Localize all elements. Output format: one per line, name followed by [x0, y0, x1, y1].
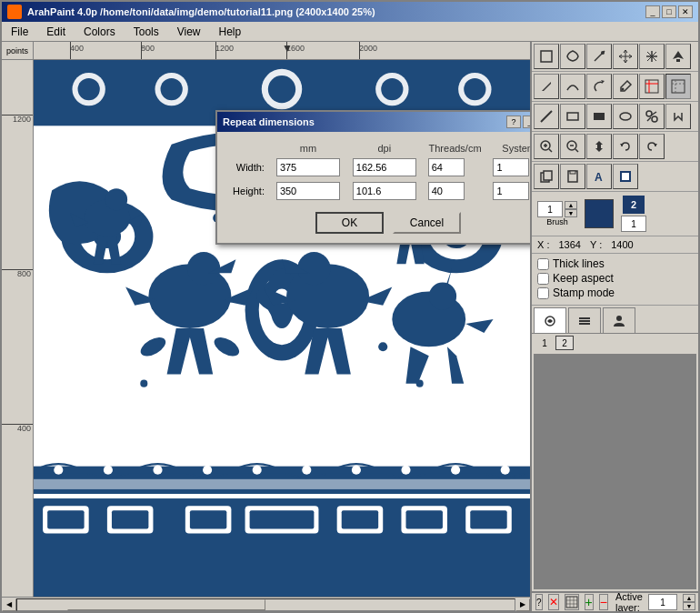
active-layer-input[interactable]	[648, 594, 677, 610]
coords-area: X : 1364 Y : 1400	[532, 236, 698, 254]
select-rect-tool[interactable]	[534, 44, 559, 69]
height-dpi-input[interactable]	[353, 182, 416, 200]
scroll-right-button[interactable]: ▶	[515, 598, 530, 611]
text-tool[interactable]	[665, 104, 691, 129]
svg-rect-113	[579, 317, 590, 319]
ruler-tick-400: 400	[70, 44, 84, 53]
window-title: ArahPaint 4.0p /home/toni/data/img/demo/…	[27, 6, 375, 17]
col-system: System	[487, 141, 530, 156]
cross-tool[interactable]	[639, 44, 665, 69]
left-ruler: 1200 800 400	[2, 60, 34, 597]
menu-tools[interactable]: Tools	[128, 24, 165, 40]
layer-down[interactable]: ▼	[683, 602, 695, 610]
copy-tool[interactable]	[534, 164, 559, 189]
close-button[interactable]: ✕	[678, 5, 693, 18]
svg-marker-103	[620, 144, 624, 146]
thick-lines-checkbox[interactable]	[537, 258, 549, 270]
width-mm-input[interactable]	[276, 158, 340, 176]
eyedropper-tool[interactable]	[613, 74, 638, 99]
svg-point-81	[622, 88, 625, 91]
pan-tool[interactable]	[586, 134, 612, 159]
pencil-tool[interactable]	[534, 74, 559, 99]
top-ruler-row: points 400 800 1200 1600 2000	[2, 42, 530, 60]
svg-rect-82	[645, 80, 658, 93]
keep-aspect-checkbox[interactable]	[537, 273, 549, 285]
toolbar-row-2	[532, 72, 698, 102]
title-buttons: _ □ ✕	[645, 5, 693, 18]
zoom-out-tool[interactable]	[560, 134, 585, 159]
ellipse-tool[interactable]	[613, 104, 638, 129]
redo-tool[interactable]	[639, 134, 665, 159]
menu-edit[interactable]: Edit	[41, 24, 71, 40]
scrollbar-track[interactable]	[16, 598, 515, 611]
brush-size-down[interactable]: ▼	[565, 209, 577, 217]
color-tabs-area: 1 2	[532, 306, 698, 591]
move-tool[interactable]	[613, 44, 638, 69]
height-threads-input[interactable]	[428, 182, 465, 200]
magic-wand-tool[interactable]	[586, 44, 612, 69]
rect-tool[interactable]	[560, 104, 585, 129]
stop-button[interactable]: ✕	[548, 594, 559, 610]
scrollbar-thumb[interactable]	[67, 599, 266, 610]
color-palette[interactable]	[534, 354, 696, 589]
width-threads-input[interactable]	[428, 158, 465, 176]
height-mm-input[interactable]	[276, 182, 340, 200]
line-tool[interactable]	[534, 104, 559, 129]
active-layer-label: Active layer:	[615, 591, 643, 611]
rotate-tool[interactable]	[586, 74, 612, 99]
menu-view[interactable]: View	[172, 24, 206, 40]
zoom-in-tool[interactable]	[534, 134, 559, 159]
layers-tab[interactable]	[568, 307, 601, 333]
menu-help[interactable]: Help	[214, 24, 247, 40]
menu-file[interactable]: File	[5, 24, 34, 40]
col-threads: Threads/cm	[423, 141, 488, 156]
dialog-title: Repeat dimensions	[223, 116, 315, 127]
dialog-minimize-button[interactable]: _	[523, 116, 530, 128]
letter-tool[interactable]: A	[586, 164, 612, 189]
brush-size-input[interactable]	[537, 201, 563, 217]
menu-colors[interactable]: Colors	[78, 24, 121, 40]
undo-tool[interactable]	[613, 134, 638, 159]
select-lasso-tool[interactable]	[560, 44, 585, 69]
maximize-button[interactable]: □	[662, 5, 676, 18]
svg-rect-72	[541, 51, 552, 62]
color-fill-tool[interactable]	[613, 164, 638, 189]
grid-button[interactable]	[565, 594, 579, 610]
help-button[interactable]: ?	[535, 594, 543, 610]
user-tab[interactable]	[603, 307, 635, 333]
color-2[interactable]: 2	[555, 336, 574, 350]
paste-tool[interactable]	[560, 164, 585, 189]
dialog-overlay: Repeat dimensions ? _ ✕	[34, 60, 530, 597]
content-area: points 400 800 1200 1600 2000	[2, 42, 698, 611]
minimize-button[interactable]: _	[645, 5, 660, 18]
fill-tool[interactable]	[665, 44, 691, 69]
svg-rect-108	[570, 171, 575, 174]
svg-rect-106	[544, 171, 552, 180]
color-1[interactable]: 1	[535, 336, 554, 350]
cancel-button[interactable]: Cancel	[393, 212, 461, 234]
ok-button[interactable]: OK	[315, 212, 384, 234]
scissors-tool[interactable]	[639, 104, 665, 129]
brush-extra-input[interactable]	[621, 216, 646, 232]
canvas-viewport[interactable]: Repeat dimensions ? _ ✕	[34, 60, 530, 597]
brush-preview	[585, 199, 614, 228]
paint-bucket-tool[interactable]	[665, 74, 691, 99]
filled-rect-tool[interactable]	[586, 104, 612, 129]
width-dpi-input[interactable]	[353, 158, 416, 176]
brush-size-up[interactable]: ▲	[565, 201, 577, 209]
colors-tab[interactable]	[534, 307, 566, 333]
scroll-left-button[interactable]: ◀	[2, 598, 16, 611]
brush-tool[interactable]	[639, 74, 665, 99]
svg-rect-85	[672, 80, 685, 93]
stamp-mode-checkbox[interactable]	[537, 287, 549, 299]
menu-bar: File Edit Colors Tools View Help	[2, 22, 698, 42]
add-button[interactable]: +	[585, 594, 594, 610]
width-system-input[interactable]	[493, 158, 529, 176]
toolbar-row-3	[532, 102, 698, 132]
curve-tool[interactable]	[560, 74, 585, 99]
height-system-input[interactable]	[493, 182, 529, 200]
remove-button[interactable]: −	[599, 594, 608, 610]
svg-rect-114	[579, 320, 590, 322]
layer-up[interactable]: ▲	[683, 594, 695, 602]
dialog-help-button[interactable]: ?	[506, 116, 521, 128]
